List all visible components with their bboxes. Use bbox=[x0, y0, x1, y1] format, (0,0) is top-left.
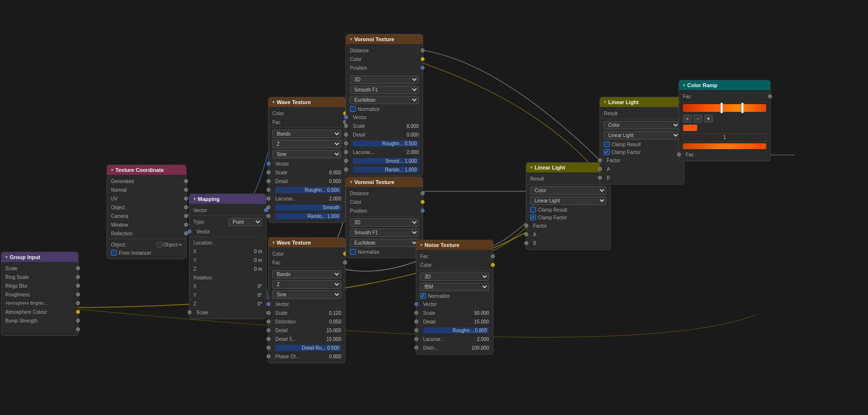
type-dropdown[interactable]: Point bbox=[228, 218, 262, 226]
detail-rough-field[interactable]: Detail Ro... 0.500 bbox=[275, 345, 341, 351]
socket-vector-in[interactable] bbox=[344, 115, 348, 119]
gradient-stop-1[interactable] bbox=[720, 103, 723, 113]
from-instancer-checkbox[interactable] bbox=[111, 250, 117, 256]
socket-vector-in[interactable] bbox=[267, 162, 270, 166]
roughness-field[interactable]: Roughn... 0.500 bbox=[353, 140, 419, 147]
profile-dropdown[interactable]: Bands bbox=[272, 270, 341, 278]
socket-b[interactable] bbox=[598, 176, 602, 180]
normalize-checkbox[interactable]: ✓ bbox=[420, 293, 426, 299]
socket-color-out[interactable] bbox=[421, 200, 425, 204]
mapping-header[interactable]: ▾ Mapping bbox=[189, 194, 266, 204]
socket-fac-in[interactable] bbox=[677, 153, 681, 156]
blend-dropdown[interactable]: Linear Light bbox=[604, 131, 680, 139]
socket-a[interactable] bbox=[598, 167, 602, 171]
group-input-header[interactable]: ▾ Group Input bbox=[1, 252, 78, 262]
socket-uv[interactable] bbox=[184, 197, 188, 200]
socket-roughness[interactable] bbox=[414, 328, 418, 332]
normalize-checkbox[interactable] bbox=[350, 106, 356, 112]
socket-position[interactable] bbox=[421, 66, 425, 70]
socket-color-out[interactable] bbox=[421, 57, 425, 61]
socket-ring-scale[interactable] bbox=[76, 275, 80, 279]
object-color-swatch[interactable] bbox=[157, 242, 162, 247]
roughness-field[interactable]: Roughn... 0.800 bbox=[423, 327, 489, 334]
socket-lacunarity[interactable] bbox=[414, 337, 418, 341]
color-dropdown[interactable]: Color bbox=[530, 186, 606, 195]
socket-color-out[interactable] bbox=[491, 263, 495, 267]
socket-fac-out[interactable] bbox=[491, 254, 495, 258]
dim-dropdown[interactable]: 3D bbox=[420, 273, 489, 281]
texture-coordinate-header[interactable]: ▾ Texture Coordinate bbox=[107, 165, 186, 175]
socket-random[interactable] bbox=[344, 168, 348, 171]
socket-detail-rough[interactable] bbox=[267, 346, 270, 350]
voronoi-1-header[interactable]: ▾ Voronoi Texture bbox=[346, 34, 423, 44]
distance-dropdown[interactable]: Euclidean bbox=[350, 96, 419, 104]
socket-a[interactable] bbox=[524, 232, 528, 236]
dim-dropdown[interactable]: 3D bbox=[350, 76, 419, 84]
random-field[interactable]: Rando... 1.000 bbox=[353, 167, 419, 173]
socket-b[interactable] bbox=[524, 241, 528, 245]
clamp-result-checkbox[interactable] bbox=[604, 141, 610, 147]
random-field[interactable]: Rando... 1.000 bbox=[275, 213, 341, 219]
distance-dropdown[interactable]: Euclidean bbox=[350, 239, 419, 247]
socket-vector-in[interactable] bbox=[414, 302, 418, 306]
clamp-factor-checkbox[interactable]: ✓ bbox=[530, 215, 536, 220]
socket-object[interactable] bbox=[184, 205, 188, 209]
socket-fac-out[interactable] bbox=[343, 261, 347, 264]
socket-vector-in[interactable] bbox=[188, 230, 191, 233]
socket-roughness[interactable] bbox=[344, 141, 348, 145]
dim-dropdown[interactable]: 3D bbox=[350, 218, 419, 227]
socket-factor[interactable] bbox=[598, 158, 602, 162]
axis-dropdown[interactable]: Z bbox=[272, 140, 341, 148]
value-field[interactable]: 1 bbox=[683, 133, 766, 141]
socket-smooth[interactable] bbox=[267, 205, 270, 209]
socket-distance[interactable] bbox=[421, 191, 425, 195]
socket-camera[interactable] bbox=[184, 214, 188, 218]
profile-dropdown[interactable]: Bands bbox=[272, 130, 341, 138]
normalize-checkbox[interactable] bbox=[350, 249, 356, 255]
socket-smooth[interactable] bbox=[344, 159, 348, 163]
socket-window[interactable] bbox=[184, 223, 188, 227]
socket-detail[interactable] bbox=[267, 179, 270, 183]
socket-fac-out[interactable] bbox=[768, 94, 772, 98]
socket-detail-scale[interactable] bbox=[267, 337, 270, 341]
socket-scale[interactable] bbox=[188, 310, 191, 314]
socket-atm-bright[interactable] bbox=[76, 301, 80, 305]
socket-rings-blur[interactable] bbox=[76, 284, 80, 288]
linear-light-1-header[interactable]: ▾ Linear Light bbox=[526, 163, 610, 172]
clamp-result-checkbox[interactable] bbox=[530, 207, 536, 213]
color-dropdown[interactable]: Color bbox=[604, 121, 680, 129]
noise-texture-header[interactable]: ▾ Noise Texture bbox=[416, 240, 493, 250]
socket-scale[interactable] bbox=[267, 311, 270, 315]
socket-scale[interactable] bbox=[344, 124, 348, 128]
wave-texture-1-header[interactable]: ▾ Wave Texture bbox=[268, 97, 345, 107]
socket-distortion[interactable] bbox=[414, 346, 418, 350]
socket-bump[interactable] bbox=[76, 319, 80, 323]
blend-dropdown[interactable]: Linear Light bbox=[530, 197, 606, 205]
smooth-field-1[interactable]: Smooth bbox=[275, 204, 341, 211]
socket-scale[interactable] bbox=[414, 311, 418, 315]
socket-factor[interactable] bbox=[524, 224, 528, 228]
socket-generated[interactable] bbox=[184, 179, 188, 183]
socket-detail[interactable] bbox=[267, 328, 270, 332]
socket-distance[interactable] bbox=[421, 48, 425, 52]
axis-dropdown[interactable]: Z bbox=[272, 280, 341, 289]
feature-dropdown[interactable]: Smooth F1 bbox=[350, 86, 419, 94]
wave-dropdown[interactable]: Sine bbox=[272, 150, 341, 158]
smooth-field[interactable]: Smoot... 1.000 bbox=[353, 158, 419, 164]
socket-random[interactable] bbox=[267, 214, 270, 218]
feature-dropdown[interactable]: Smooth F1 bbox=[350, 229, 419, 237]
ramp-remove-btn[interactable]: − bbox=[694, 115, 702, 123]
socket-detail[interactable] bbox=[344, 133, 348, 137]
socket-roughness[interactable] bbox=[267, 188, 270, 192]
socket-lacunarity[interactable] bbox=[344, 150, 348, 154]
ramp-add-btn[interactable]: + bbox=[683, 115, 692, 123]
socket-lacunarity[interactable] bbox=[267, 197, 270, 200]
socket-phase[interactable] bbox=[267, 354, 270, 358]
clamp-factor-checkbox[interactable]: ✓ bbox=[604, 149, 610, 155]
wave-dropdown[interactable]: Sine bbox=[272, 291, 341, 299]
color-ramp-header[interactable]: ▾ Color Ramp bbox=[679, 80, 770, 90]
roughness-field[interactable]: Roughn... 0.500 bbox=[275, 187, 341, 193]
socket-roughness[interactable] bbox=[76, 292, 80, 296]
gradient-stop-2[interactable] bbox=[741, 103, 744, 113]
socket-distortion[interactable] bbox=[267, 320, 270, 323]
